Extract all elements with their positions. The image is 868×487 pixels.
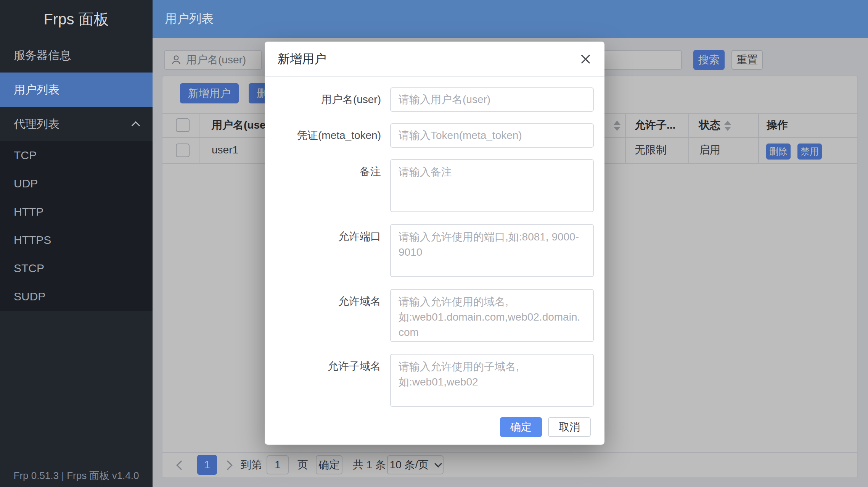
dialog-ok-button[interactable]: 确定 — [500, 417, 542, 437]
sidebar-item-sudp[interactable]: SUDP — [0, 282, 153, 311]
sidebar-item-udp[interactable]: UDP — [0, 169, 153, 198]
allow-subdomains-textarea[interactable] — [390, 354, 594, 407]
sub-item-label: STCP — [14, 262, 44, 275]
sub-item-label: HTTP — [14, 205, 43, 218]
comment-textarea[interactable] — [390, 159, 594, 212]
field-label-allow-subdomains: 允许子域名 — [265, 354, 381, 379]
page-title: 用户列表 — [165, 11, 214, 27]
sidebar-item-server-info[interactable]: 服务器信息 — [0, 38, 153, 73]
dialog-cancel-button[interactable]: 取消 — [548, 417, 591, 437]
username-input[interactable] — [390, 87, 594, 112]
app-title: Frps 面板 — [0, 0, 153, 38]
sub-item-label: HTTPS — [14, 234, 51, 247]
sidebar-item-label: 服务器信息 — [14, 48, 71, 63]
sidebar-item-label: 代理列表 — [14, 116, 59, 132]
chevron-up-icon — [132, 121, 140, 130]
sidebar-item-http[interactable]: HTTP — [0, 198, 153, 226]
allow-domains-textarea[interactable] — [390, 289, 594, 342]
version-footer: Frp 0.51.3 | Frps 面板 v1.4.0 — [0, 469, 153, 482]
sidebar-item-https[interactable]: HTTPS — [0, 226, 153, 254]
field-label-username: 用户名(user) — [265, 87, 381, 112]
sub-item-label: TCP — [14, 149, 37, 162]
add-user-dialog: 新增用户 用户名(user) 凭证(meta_token) 备注 允许端口 允许… — [265, 42, 604, 445]
sidebar: Frps 面板 服务器信息 用户列表 代理列表 TCP UDP HTTP HTT… — [0, 0, 153, 487]
dialog-header-divider — [265, 76, 604, 77]
sidebar-item-label: 用户列表 — [14, 82, 59, 98]
sub-item-label: SUDP — [14, 290, 45, 303]
field-label-comment: 备注 — [265, 159, 381, 184]
field-label-token: 凭证(meta_token) — [265, 123, 381, 148]
dialog-header: 新增用户 — [265, 42, 604, 76]
token-input[interactable] — [390, 123, 594, 148]
sidebar-item-tcp[interactable]: TCP — [0, 141, 153, 169]
close-icon[interactable] — [578, 52, 593, 67]
frps-panel-screen: Frps 面板 服务器信息 用户列表 代理列表 TCP UDP HTTP HTT… — [0, 0, 868, 487]
field-label-allow-domains: 允许域名 — [265, 289, 381, 314]
sidebar-item-user-list[interactable]: 用户列表 — [0, 73, 153, 107]
topbar: 用户列表 — [153, 0, 868, 38]
sidebar-submenu-proxies: TCP UDP HTTP HTTPS STCP SUDP — [0, 141, 153, 311]
sidebar-item-proxy-list[interactable]: 代理列表 — [0, 107, 153, 141]
allow-ports-textarea[interactable] — [390, 224, 594, 277]
sidebar-item-stcp[interactable]: STCP — [0, 254, 153, 282]
sub-item-label: UDP — [14, 177, 38, 190]
dialog-title: 新增用户 — [278, 42, 326, 76]
field-label-allow-ports: 允许端口 — [265, 224, 381, 249]
